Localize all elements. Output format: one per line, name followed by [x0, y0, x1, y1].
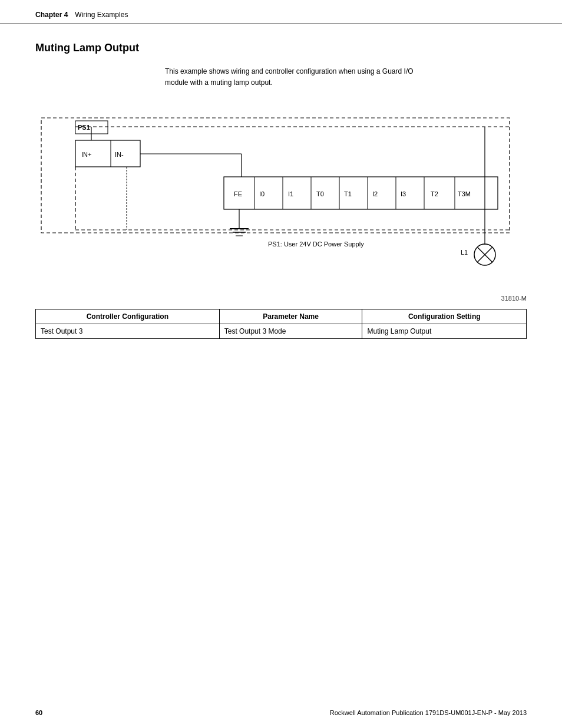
svg-text:PS1: PS1 — [78, 124, 90, 131]
table-cell-controller: Test Output 3 — [36, 324, 220, 339]
table-cell-parameter: Test Output 3 Mode — [219, 324, 362, 339]
svg-text:IN+: IN+ — [81, 151, 91, 158]
description-line2: module with a muting lamp output. — [165, 78, 273, 87]
page-header: Chapter 4 Wiring Examples — [0, 0, 562, 24]
chapter-subtitle: Wiring Examples — [75, 11, 128, 19]
wiring-diagram: PS1 IN+ IN- FE I0 I1 — [35, 100, 518, 289]
svg-text:I2: I2 — [372, 190, 378, 197]
diagram-svg: PS1 IN+ IN- FE I0 I1 — [35, 100, 518, 283]
svg-text:L1: L1 — [461, 249, 468, 256]
table-header-3: Configuration Setting — [362, 309, 527, 324]
table-header-1: Controller Configuration — [36, 309, 220, 324]
description-area: This example shows wiring and controller… — [35, 66, 527, 88]
table-header-2: Parameter Name — [219, 309, 362, 324]
figure-number: 31810-M — [35, 295, 527, 302]
svg-rect-0 — [41, 118, 510, 233]
svg-text:PS1: User 24V DC Power Supply: PS1: User 24V DC Power Supply — [268, 241, 364, 248]
svg-text:T0: T0 — [316, 190, 324, 197]
description-text: This example shows wiring and controller… — [165, 66, 414, 88]
table-cell-config: Muting Lamp Output — [362, 324, 527, 339]
footer-page-number: 60 — [35, 709, 42, 716]
footer-publication: Rockwell Automation Publication 1791DS-U… — [330, 709, 527, 716]
config-table: Controller Configuration Parameter Name … — [35, 309, 527, 339]
svg-text:I3: I3 — [401, 190, 406, 197]
chapter-label: Chapter 4 — [35, 11, 68, 19]
main-content: Muting Lamp Output This example shows wi… — [0, 24, 562, 339]
svg-text:IN-: IN- — [115, 151, 124, 158]
section-title: Muting Lamp Output — [35, 42, 527, 54]
svg-text:T1: T1 — [344, 190, 352, 197]
svg-text:I1: I1 — [288, 190, 293, 197]
svg-text:I0: I0 — [259, 190, 265, 197]
table-row: Test Output 3 Test Output 3 Mode Muting … — [36, 324, 527, 339]
svg-text:T3M: T3M — [458, 190, 471, 197]
svg-text:T2: T2 — [431, 190, 438, 197]
description-line1: This example shows wiring and controller… — [165, 67, 414, 75]
page-footer: 60 Rockwell Automation Publication 1791D… — [0, 709, 562, 716]
svg-rect-8 — [224, 177, 498, 209]
svg-text:FE: FE — [234, 190, 242, 197]
